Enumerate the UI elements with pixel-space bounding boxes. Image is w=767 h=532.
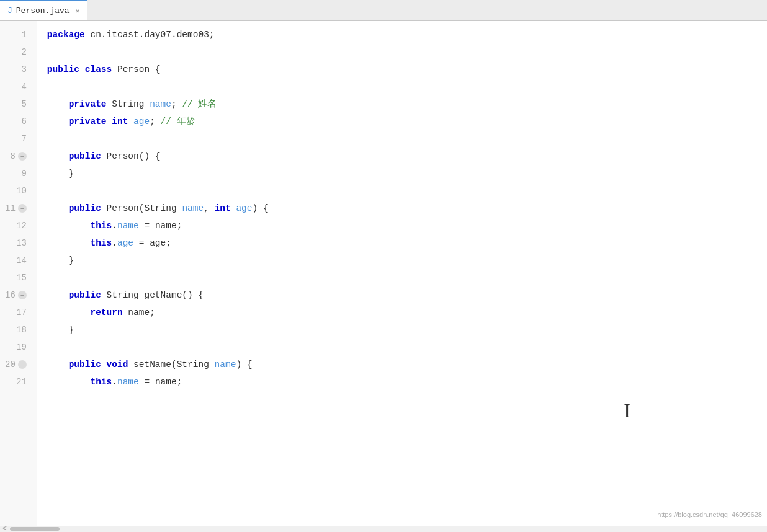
editor-body: 12345678–91011–1213141516–17181920–21 pa…: [0, 21, 767, 526]
code-line-1: package cn.itcast.day07.demo03;: [47, 26, 767, 43]
line-number-3: 3: [5, 61, 32, 78]
line-number-4: 4: [5, 78, 32, 95]
horizontal-scrollbar[interactable]: <: [0, 526, 767, 532]
line-number-16: 16–: [5, 286, 32, 304]
line-number-19: 19: [5, 339, 32, 356]
code-line-3: public class Person {: [47, 61, 767, 78]
fold-indicator-8[interactable]: –: [18, 152, 27, 161]
active-tab[interactable]: J Person.java ✕: [0, 0, 87, 20]
code-line-4: [47, 78, 767, 95]
code-line-20: public void setName(String name) {: [47, 356, 767, 373]
code-line-7: [47, 130, 767, 148]
line-number-17: 17: [5, 304, 32, 321]
line-number-1: 1: [5, 26, 32, 43]
fold-indicator-11[interactable]: –: [18, 204, 27, 213]
line-number-7: 7: [5, 130, 32, 148]
scroll-left-button[interactable]: <: [0, 525, 7, 532]
code-area[interactable]: package cn.itcast.day07.demo03; public c…: [37, 21, 767, 526]
code-line-21: this.name = name;: [47, 373, 767, 391]
line-number-18: 18: [5, 321, 32, 339]
line-number-13: 13: [5, 234, 32, 252]
code-line-17: return name;: [47, 304, 767, 321]
line-number-21: 21: [5, 373, 32, 391]
code-line-9: }: [47, 165, 767, 182]
line-number-9: 9: [5, 165, 32, 182]
java-file-icon: J: [7, 6, 12, 16]
code-line-5: private String name; // 姓名: [47, 95, 767, 113]
code-line-13: this.age = age;: [47, 234, 767, 252]
code-line-19: [47, 339, 767, 356]
line-number-5: 5: [5, 95, 32, 113]
line-number-2: 2: [5, 43, 32, 61]
code-line-8: public Person() {: [47, 148, 767, 165]
code-line-15: [47, 269, 767, 286]
code-line-16: public String getName() {: [47, 286, 767, 304]
code-line-12: this.name = name;: [47, 217, 767, 234]
line-number-20: 20–: [5, 356, 32, 373]
line-number-14: 14: [5, 252, 32, 269]
code-line-6: private int age; // 年龄: [47, 113, 767, 130]
code-line-11: public Person(String name, int age) {: [47, 200, 767, 217]
code-line-18: }: [47, 321, 767, 339]
fold-indicator-20[interactable]: –: [18, 360, 27, 369]
line-number-15: 15: [5, 269, 32, 286]
editor-window: J Person.java ✕ 12345678–91011–121314151…: [0, 0, 767, 532]
fold-indicator-16[interactable]: –: [18, 291, 27, 299]
line-number-8: 8–: [5, 148, 32, 165]
tab-close-button[interactable]: ✕: [76, 7, 80, 15]
line-number-6: 6: [5, 113, 32, 130]
code-line-14: }: [47, 252, 767, 269]
line-number-12: 12: [5, 217, 32, 234]
code-line-2: [47, 43, 767, 61]
line-numbers-gutter: 12345678–91011–1213141516–17181920–21: [0, 21, 37, 526]
line-number-10: 10: [5, 182, 32, 200]
tab-bar: J Person.java ✕: [0, 0, 767, 21]
code-line-10: [47, 182, 767, 200]
tab-label: Person.java: [16, 6, 70, 16]
line-number-11: 11–: [5, 200, 32, 217]
scrollbar-thumb[interactable]: [10, 527, 60, 531]
code-area-wrapper: package cn.itcast.day07.demo03; public c…: [37, 21, 767, 526]
